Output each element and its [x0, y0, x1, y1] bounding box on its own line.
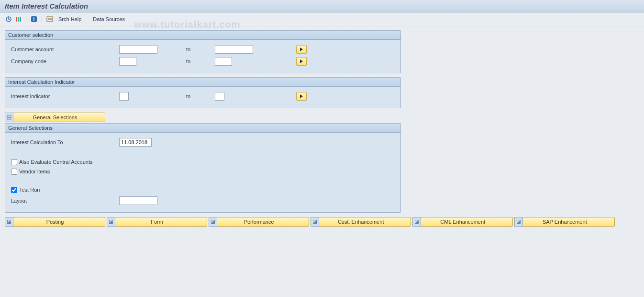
customer-account-more-button[interactable]: [296, 45, 307, 54]
company-code-to[interactable]: [215, 57, 232, 66]
arrow-right-icon: [300, 59, 303, 63]
svg-rect-1: [16, 17, 17, 22]
expand-icon: [107, 217, 115, 227]
info-icon[interactable]: i: [30, 15, 38, 23]
to-label: to: [186, 58, 215, 64]
row-also-evaluate: Also Evaluate Central Accounts: [9, 158, 397, 166]
vendor-items-checkbox[interactable]: [11, 169, 17, 175]
group-title-customer-selection: Customer selection: [5, 31, 400, 40]
customer-account-from[interactable]: [119, 45, 157, 54]
arrow-right-icon: [300, 94, 303, 98]
svg-rect-3: [20, 17, 21, 22]
group-title-interest-indicator: Interest Calculation Indicator: [5, 78, 400, 87]
srch-help-button[interactable]: Srch Help: [56, 15, 84, 23]
row-interest-indicator: Interest indicator to: [9, 91, 397, 102]
arrow-right-icon: [300, 47, 303, 51]
content-area: Customer selection Customer account to C…: [0, 26, 644, 231]
label-also-evaluate: Also Evaluate Central Accounts: [19, 159, 92, 165]
expand-label: CML Enhancement: [440, 219, 485, 225]
label-customer-account: Customer account: [9, 46, 119, 52]
group-title-general-selections: General Selections: [5, 124, 400, 133]
group-interest-indicator: Interest Calculation Indicator Interest …: [5, 77, 401, 108]
execute-icon[interactable]: [5, 15, 12, 23]
svg-rect-6: [47, 17, 53, 22]
toolbar-separator: [42, 15, 42, 23]
expand-label: Cust. Enhancement: [338, 219, 384, 225]
customer-account-to[interactable]: [215, 45, 253, 54]
toolbar: i Srch Help Data Sources: [0, 12, 644, 26]
row-layout: Layout: [9, 195, 397, 206]
srch-help-icon[interactable]: [46, 15, 54, 23]
expand-form[interactable]: Form: [107, 217, 207, 227]
layout-field[interactable]: [119, 196, 157, 205]
expand-icon: [5, 217, 13, 227]
expand-label: Performance: [244, 219, 274, 225]
to-label: to: [186, 46, 215, 52]
svg-rect-2: [18, 17, 19, 22]
expand-performance[interactable]: Performance: [209, 217, 309, 227]
expand-icon: [209, 217, 217, 227]
expand-icon: [514, 217, 523, 227]
label-layout: Layout: [9, 198, 119, 204]
test-run-checkbox[interactable]: [11, 187, 17, 193]
calc-to-field[interactable]: [119, 138, 152, 147]
group-customer-selection: Customer selection Customer account to C…: [5, 30, 401, 73]
interest-indicator-to[interactable]: [215, 92, 224, 101]
expand-cml-enhancement[interactable]: CML Enhancement: [412, 217, 513, 227]
expand-icon: [311, 217, 319, 227]
expand-posting[interactable]: Posting: [5, 217, 105, 227]
to-label: to: [186, 93, 215, 99]
expand-label: Form: [151, 219, 163, 225]
title-bar: Item Interest Calculation: [0, 0, 644, 12]
collapse-icon: [5, 113, 13, 122]
company-code-more-button[interactable]: [296, 57, 307, 66]
svg-text:i: i: [33, 17, 35, 22]
expand-label: Posting: [46, 219, 64, 225]
expand-cust-enhancement[interactable]: Cust. Enhancement: [311, 217, 411, 227]
group-general-selections: General Selections Interest Calculation …: [5, 123, 401, 213]
label-vendor-items: Vendor items: [19, 169, 50, 174]
also-evaluate-checkbox[interactable]: [11, 159, 17, 165]
toolbar-separator: [26, 15, 26, 23]
expand-sap-enhancement[interactable]: SAP Enhancement: [514, 217, 615, 227]
expand-button-stack: Posting Form Performance Cust. Enhanceme…: [5, 217, 639, 227]
row-company-code: Company code to: [9, 56, 397, 67]
label-test-run: Test Run: [19, 187, 40, 193]
row-customer-account: Customer account to: [9, 44, 397, 55]
label-calc-to: Interest Calculation To: [9, 139, 119, 145]
row-calc-to: Interest Calculation To: [9, 137, 397, 148]
company-code-from[interactable]: [119, 57, 136, 66]
interest-indicator-more-button[interactable]: [296, 92, 307, 101]
expand-label: General Selections: [33, 114, 78, 120]
expand-general-selections[interactable]: General Selections: [5, 113, 105, 122]
expand-icon: [412, 217, 421, 227]
variant-icon[interactable]: [14, 15, 22, 23]
expand-label: SAP Enhancement: [543, 219, 587, 225]
data-sources-button[interactable]: Data Sources: [90, 15, 128, 23]
interest-indicator-from[interactable]: [119, 92, 129, 101]
label-company-code: Company code: [9, 58, 119, 64]
row-vendor-items: Vendor items: [9, 167, 397, 176]
row-test-run: Test Run: [9, 185, 397, 194]
page-title: Item Interest Calculation: [5, 2, 639, 10]
label-interest-indicator: Interest indicator: [9, 93, 119, 99]
